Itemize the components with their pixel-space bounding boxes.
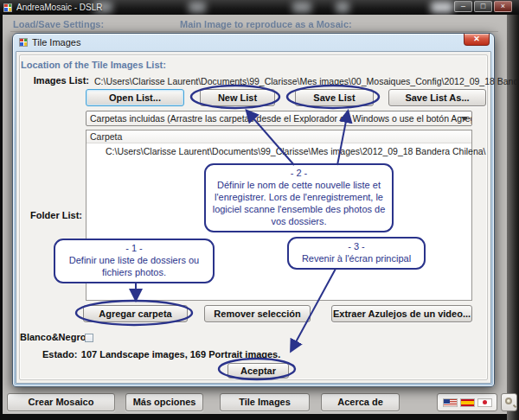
folder-mode-dropdown[interactable]: Carpetas incluidas (Arrastre las carpeta…: [86, 111, 472, 126]
open-list-button[interactable]: Open List...: [86, 89, 184, 106]
estado-value: 107 Landscape images, 169 Portrait image…: [81, 349, 281, 360]
minimize-button[interactable]: –: [454, 1, 472, 12]
us-flag-icon: [443, 398, 458, 407]
acerca-de-button[interactable]: Acerca de: [321, 393, 400, 411]
mas-opciones-button[interactable]: Más opciones: [125, 393, 203, 411]
window-title: AndreaMosaic - DSLR: [16, 3, 102, 12]
search-zoom-button[interactable]: [501, 393, 517, 411]
blanco-negro-label: Blanco&Negro:: [20, 332, 89, 342]
annotation-note-3-text: Revenir à l'écran principal: [302, 253, 411, 264]
new-list-button[interactable]: New List: [200, 89, 275, 106]
aceptar-button[interactable]: Aceptar: [227, 363, 289, 379]
maximize-button[interactable]: □: [474, 1, 492, 12]
main-window-section-row: Load/Save Settings: Main Image to reprod…: [10, 18, 498, 32]
annotation-note-2: - 2 - Définir le nom de cette nouvelle l…: [204, 163, 394, 232]
extraer-azulejos-button[interactable]: Extraer Azulejos de un video...: [331, 305, 472, 322]
tile-images-button[interactable]: Tile Images: [220, 393, 310, 411]
main-image-label: Main Image to reproduce as a Mosaic:: [180, 19, 352, 29]
folder-list-row[interactable]: C:\Users\Clarisse Laurent\Documents\99_C…: [86, 143, 471, 156]
folder-mode-dropdown-value: Carpetas incluidas (Arrastre las carpeta…: [90, 113, 472, 124]
agregar-carpeta-button[interactable]: Agregar carpeta: [83, 305, 188, 322]
estado-label: Estado:: [42, 349, 77, 360]
remover-seleccion-button[interactable]: Remover selección: [204, 305, 311, 322]
close-button[interactable]: ×: [494, 1, 512, 12]
annotation-note-1: - 1 - Definir une liste de dossiers ou f…: [54, 239, 215, 283]
dialog-mosaic-icon: [19, 38, 28, 47]
annotation-note-3-number: - 3 -: [295, 240, 418, 252]
annotation-note-2-text: Définir le nom de cette nouvelle liste e…: [213, 180, 386, 226]
dialog-title: Tile Images: [32, 37, 80, 48]
images-list-path: C:\Users\Clarisse Laurent\Documents\99_C…: [94, 76, 519, 86]
window-titlebar: AndreaMosaic - DSLR – □ ×: [0, 0, 519, 15]
folder-list-column-header: Carpeta: [86, 130, 471, 143]
images-list-label: Images List:: [23, 75, 89, 86]
spain-flag-icon: [460, 398, 475, 407]
language-flags-button[interactable]: [437, 393, 497, 411]
folder-list-label: Folder List:: [16, 210, 82, 220]
section-heading: Location of the Tile Images List:: [21, 60, 166, 70]
dialog-titlebar: Tile Images ✕: [13, 34, 494, 50]
blanco-negro-checkbox[interactable]: [85, 334, 93, 342]
chevron-down-icon: [461, 117, 468, 121]
load-save-settings-label: Load/Save Settings:: [13, 19, 104, 29]
japan-flag-icon: [477, 398, 492, 407]
save-list-as-button[interactable]: Save List As...: [388, 89, 486, 106]
save-list-button[interactable]: Save List: [295, 89, 374, 106]
annotation-note-2-number: - 2 -: [212, 167, 386, 179]
andreamosaic-app-icon: [3, 3, 12, 12]
dialog-close-button[interactable]: ✕: [464, 34, 490, 46]
annotation-note-1-number: - 1 -: [61, 242, 207, 254]
annotation-note-3: - 3 - Revenir à l'écran principal: [287, 237, 426, 270]
annotation-note-1-text: Definir une liste de dossiers ou fichier…: [69, 255, 199, 277]
crear-mosaico-button[interactable]: Crear Mosaico: [7, 393, 115, 411]
magnifier-icon: [505, 398, 512, 404]
application-window: AndreaMosaic - DSLR – □ × Load/Save Sett…: [0, 0, 519, 420]
